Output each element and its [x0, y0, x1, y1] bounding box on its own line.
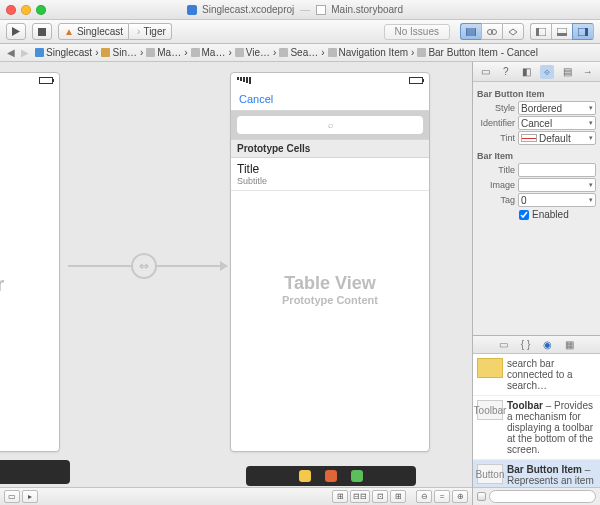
image-field[interactable]: ▾: [518, 178, 596, 192]
zoom-in-button[interactable]: ⊕: [452, 490, 468, 503]
lib-thumb-icon: Button: [477, 464, 503, 484]
jump-bar[interactable]: ◀ ▶ Singlecast› Sin…› Ma…› Ma…› Vie…› Se…: [0, 44, 600, 62]
library-list[interactable]: search bar connected to a search… Toolba…: [473, 354, 600, 487]
toggle-navigator-button[interactable]: [530, 23, 551, 40]
scheme-destination[interactable]: ›Tiger: [129, 23, 172, 40]
connections-inspector-tab[interactable]: →: [581, 65, 595, 79]
assistant-editor-button[interactable]: [481, 23, 502, 40]
title-label: Title: [477, 165, 515, 175]
dock-exit-icon[interactable]: [325, 470, 337, 482]
scene-dock[interactable]: [246, 466, 416, 486]
jump-seg-4[interactable]: Vie…: [232, 47, 273, 58]
scene-left-titlebar[interactable]: n Controller: [0, 460, 70, 484]
pin-button[interactable]: ⊟⊟: [350, 490, 370, 503]
activity-viewer: No Issues: [178, 24, 454, 40]
identifier-field[interactable]: Cancel▾: [518, 116, 596, 130]
library-view-mode-button[interactable]: [477, 492, 486, 501]
scheme-app[interactable]: ▲Singlecast: [58, 23, 129, 40]
identity-inspector-tab[interactable]: ◧: [519, 65, 533, 79]
status-text: No Issues: [395, 26, 439, 37]
media-library-tab[interactable]: ▦: [563, 339, 577, 350]
close-window-button[interactable]: [6, 5, 16, 15]
dock-first-responder-icon[interactable]: [299, 470, 311, 482]
jump-seg-5[interactable]: Sea…: [276, 47, 321, 58]
tag-field[interactable]: 0▾: [518, 193, 596, 207]
jump-seg-3[interactable]: Ma…: [188, 47, 229, 58]
library-panel: ▭ { } ◉ ▦ search bar connected to a sear…: [473, 335, 600, 505]
navigation-bar[interactable]: Cancel: [231, 87, 429, 111]
section-bar-item: Bar Item: [477, 151, 596, 161]
table-view-placeholder: Table View Prototype Content: [231, 273, 429, 306]
segue-knob[interactable]: ⇔: [131, 253, 157, 279]
code-snippet-library-tab[interactable]: { }: [519, 339, 533, 350]
title-field[interactable]: [518, 163, 596, 177]
svg-rect-9: [536, 28, 539, 36]
library-item-toolbar[interactable]: Toolbar Toolbar – Provides a mechanism f…: [473, 396, 600, 460]
run-button[interactable]: [6, 23, 26, 40]
tint-field[interactable]: Default▾: [518, 131, 596, 145]
jump-seg-project[interactable]: Singlecast: [32, 47, 95, 58]
svg-rect-1: [38, 28, 46, 36]
jump-seg-7[interactable]: Bar Button Item - Cancel: [414, 47, 541, 58]
resizing-button[interactable]: ⊞: [390, 490, 406, 503]
tag-label: Tag: [477, 195, 515, 205]
lib-thumb-icon: Toolbar: [477, 400, 503, 420]
size-inspector-tab[interactable]: ▤: [560, 65, 574, 79]
traffic-lights: [6, 5, 46, 15]
style-field[interactable]: Bordered▾: [518, 101, 596, 115]
storyboard-icon: [316, 5, 326, 15]
prototype-cell[interactable]: Title Subtitle: [231, 158, 429, 191]
jump-back-button[interactable]: ◀: [4, 47, 18, 58]
editor-mode-segmented[interactable]: [460, 23, 524, 40]
tint-swatch: [521, 134, 537, 142]
align-button[interactable]: ⊞: [332, 490, 348, 503]
jump-seg-2[interactable]: Ma…: [143, 47, 184, 58]
library-item-searchbar[interactable]: search bar connected to a search…: [473, 354, 600, 396]
library-item-bar-button-item[interactable]: Button Bar Button Item – Represents an i…: [473, 460, 600, 487]
enabled-checkbox[interactable]: [519, 210, 529, 220]
svg-marker-0: [12, 27, 20, 36]
identifier-label: Identifier: [477, 118, 515, 128]
zoom-out-button[interactable]: ⊖: [416, 490, 432, 503]
outline-toggle-button[interactable]: ▭: [4, 490, 20, 503]
jump-seg-6[interactable]: Navigation Item: [325, 47, 411, 58]
open-file-name: Main.storyboard: [331, 4, 403, 15]
search-bar[interactable]: ⌕: [231, 111, 429, 139]
zoom-window-button[interactable]: [36, 5, 46, 15]
cell-title: Title: [237, 162, 423, 176]
main-toolbar: ▲Singlecast ›Tiger No Issues: [0, 20, 600, 44]
scene-navigation-controller[interactable]: n Controller: [0, 72, 60, 452]
library-search-bar: [473, 487, 600, 505]
scene-left-label: n Controller: [0, 273, 4, 296]
quick-help-tab[interactable]: ?: [499, 65, 513, 79]
attributes-inspector-tab[interactable]: ⟐: [540, 65, 554, 79]
cell-subtitle: Subtitle: [237, 176, 423, 186]
dock-view-controller-icon[interactable]: [351, 470, 363, 482]
library-tabs[interactable]: ▭ { } ◉ ▦: [473, 336, 600, 354]
toggle-debug-button[interactable]: [551, 23, 572, 40]
toggle-utilities-button[interactable]: [572, 23, 594, 40]
zoom-actual-button[interactable]: =: [434, 490, 450, 503]
segue-arrow[interactable]: ⇔: [68, 252, 228, 280]
stop-button[interactable]: [32, 23, 52, 40]
panel-visibility-segmented[interactable]: [530, 23, 594, 40]
library-filter-field[interactable]: [489, 490, 596, 503]
outline-expand-button[interactable]: ▸: [22, 490, 38, 503]
search-field[interactable]: ⌕: [237, 116, 423, 134]
scheme-selector[interactable]: ▲Singlecast ›Tiger: [58, 23, 172, 40]
enabled-label: Enabled: [532, 209, 569, 220]
project-icon: [187, 5, 197, 15]
jump-seg-1[interactable]: Sin…: [98, 47, 139, 58]
file-inspector-tab[interactable]: ▭: [478, 65, 492, 79]
object-library-tab[interactable]: ◉: [541, 339, 555, 350]
resolve-button[interactable]: ⊡: [372, 490, 388, 503]
standard-editor-button[interactable]: [460, 23, 481, 40]
jump-forward-button[interactable]: ▶: [18, 47, 32, 58]
minimize-window-button[interactable]: [21, 5, 31, 15]
file-template-library-tab[interactable]: ▭: [497, 339, 511, 350]
scene-table-view-controller[interactable]: Cancel ⌕ Prototype Cells Title Subtitle …: [230, 72, 430, 452]
version-editor-button[interactable]: [502, 23, 524, 40]
storyboard-canvas[interactable]: n Controller n Controller ⇔ Cancel ⌕ Pro…: [0, 62, 472, 505]
inspector-tabs[interactable]: ▭ ? ◧ ⟐ ▤ →: [473, 62, 600, 82]
cancel-bar-button[interactable]: Cancel: [239, 93, 273, 105]
